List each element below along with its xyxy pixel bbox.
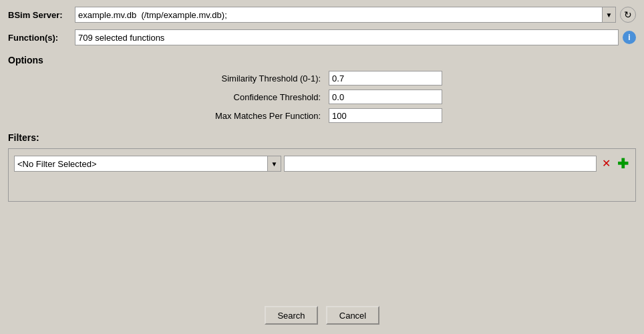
- functions-row: Function(s): i: [8, 29, 636, 45]
- filter-select[interactable]: <No Filter Selected>: [14, 156, 268, 172]
- filter-text-input[interactable]: [284, 156, 597, 172]
- server-row: BSim Server: ▼ ↻: [8, 7, 636, 23]
- info-button[interactable]: i: [623, 31, 636, 44]
- search-button[interactable]: Search: [265, 306, 318, 325]
- confidence-input[interactable]: [329, 90, 442, 104]
- chevron-down-icon: ▼: [271, 160, 278, 168]
- filter-select-wrap: <No Filter Selected> ▼: [14, 156, 281, 172]
- chevron-down-icon: ▼: [606, 11, 613, 19]
- filters-section: Filters: <No Filter Selected> ▼ ✕ ✚: [8, 130, 636, 202]
- bsim-dialog: BSim Server: ▼ ↻ Function(s): i Options …: [0, 0, 644, 334]
- server-refresh-button[interactable]: ↻: [620, 7, 636, 23]
- refresh-icon: ↻: [624, 9, 632, 20]
- filters-title: Filters:: [8, 132, 636, 143]
- bottom-buttons: Search Cancel: [0, 306, 644, 325]
- options-grid: Similarity Threshold (0-1): Confidence T…: [21, 71, 636, 123]
- filter-row: <No Filter Selected> ▼ ✕ ✚: [14, 156, 630, 172]
- filter-remove-button[interactable]: ✕: [599, 157, 613, 170]
- similarity-input[interactable]: [329, 71, 442, 86]
- info-icon: i: [628, 33, 630, 42]
- filter-dropdown-button[interactable]: ▼: [268, 156, 281, 172]
- remove-icon: ✕: [602, 158, 611, 169]
- filters-box: <No Filter Selected> ▼ ✕ ✚: [8, 148, 636, 202]
- cancel-button[interactable]: Cancel: [326, 306, 379, 325]
- server-dropdown-button[interactable]: ▼: [603, 7, 616, 23]
- server-input-wrap: ▼ ↻: [75, 7, 636, 23]
- add-icon: ✚: [617, 157, 629, 170]
- server-input[interactable]: [75, 7, 603, 23]
- similarity-label: Similarity Threshold (0-1):: [21, 71, 323, 86]
- functions-input[interactable]: [75, 29, 619, 45]
- max-matches-input[interactable]: [329, 108, 442, 123]
- options-section: Options Similarity Threshold (0-1): Conf…: [8, 52, 636, 123]
- options-title: Options: [8, 55, 636, 65]
- server-label: BSim Server:: [8, 10, 75, 20]
- filter-add-button[interactable]: ✚: [615, 156, 630, 171]
- max-matches-label: Max Matches Per Function:: [21, 108, 323, 123]
- functions-label: Function(s):: [8, 33, 75, 43]
- confidence-label: Confidence Threshold:: [21, 90, 323, 104]
